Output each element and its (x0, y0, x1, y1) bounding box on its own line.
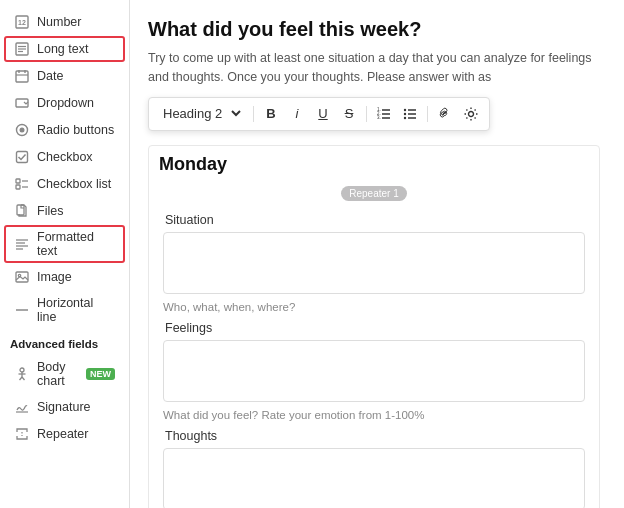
svg-rect-23 (16, 272, 28, 282)
sidebar-item-dropdown[interactable]: Dropdown (4, 90, 125, 116)
number-icon: 12 (14, 14, 30, 30)
svg-point-26 (20, 368, 24, 372)
svg-text:12: 12 (18, 19, 26, 26)
sidebar-item-files-label: Files (37, 204, 63, 218)
sidebar-item-long-text-label: Long text (37, 42, 88, 56)
sidebar-item-horizontal-line[interactable]: Horizontal line (4, 291, 125, 329)
svg-point-42 (404, 108, 406, 110)
sidebar-item-body-chart-label: Body chart (37, 360, 77, 388)
feelings-hint: What did you feel? Rate your emotion fro… (163, 409, 585, 421)
main-content: What did you feel this week? Try to come… (130, 0, 624, 508)
feelings-field-block: Feelings What did you feel? Rate your em… (159, 321, 589, 421)
italic-button[interactable]: i (285, 102, 309, 126)
svg-rect-16 (16, 185, 20, 189)
settings-button[interactable] (459, 102, 483, 126)
thoughts-textarea[interactable] (163, 448, 585, 509)
svg-point-44 (404, 116, 406, 118)
feelings-textarea[interactable] (163, 340, 585, 402)
svg-rect-6 (16, 71, 28, 82)
sidebar-item-radio-buttons[interactable]: Radio buttons (4, 117, 125, 143)
sidebar-item-number-label: Number (37, 15, 81, 29)
long-text-icon (14, 41, 30, 57)
formatted-text-icon (14, 236, 30, 252)
sidebar-item-formatted-text-label: Formatted text (37, 230, 115, 258)
sidebar-item-horizontal-line-label: Horizontal line (37, 296, 115, 324)
sidebar-item-date-label: Date (37, 69, 63, 83)
sidebar-item-number[interactable]: 12 Number (4, 9, 125, 35)
svg-point-43 (404, 112, 406, 114)
radio-icon (14, 122, 30, 138)
repeater-badge: Repeater 1 (341, 186, 406, 201)
image-icon (14, 269, 30, 285)
toolbar-divider-2 (366, 106, 367, 122)
svg-rect-14 (16, 179, 20, 183)
sidebar-item-checkbox[interactable]: Checkbox (4, 144, 125, 170)
svg-line-30 (22, 377, 25, 380)
heading-select[interactable]: Heading 2 Heading 1 Heading 3 Paragraph (155, 103, 244, 124)
svg-text:3.: 3. (377, 115, 381, 120)
situation-label: Situation (163, 213, 585, 227)
sidebar-item-files[interactable]: Files (4, 198, 125, 224)
sidebar-item-body-chart[interactable]: Body chart NEW (4, 355, 125, 393)
files-icon (14, 203, 30, 219)
svg-point-12 (20, 128, 25, 133)
dropdown-icon (14, 95, 30, 111)
link-button[interactable] (433, 102, 457, 126)
svg-point-45 (469, 111, 474, 116)
toolbar-divider-3 (427, 106, 428, 122)
sidebar-item-repeater[interactable]: Repeater (4, 421, 125, 447)
sidebar: 12 Number Long text Date Dropdown Radio … (0, 0, 130, 508)
underline-button[interactable]: U (311, 102, 335, 126)
repeater-icon (14, 426, 30, 442)
monday-section: Monday Repeater 1 Situation Who, what, w… (148, 145, 600, 509)
sidebar-item-checkbox-label: Checkbox (37, 150, 93, 164)
thoughts-label: Thoughts (163, 429, 585, 443)
checkbox-list-icon (14, 176, 30, 192)
advanced-fields-title: Advanced fields (0, 330, 129, 354)
feelings-label: Feelings (163, 321, 585, 335)
sidebar-item-checkbox-list[interactable]: Checkbox list (4, 171, 125, 197)
svg-rect-13 (17, 152, 28, 163)
ordered-list-button[interactable]: 1.2.3. (372, 102, 396, 126)
sidebar-item-image-label: Image (37, 270, 72, 284)
unordered-list-button[interactable] (398, 102, 422, 126)
sidebar-item-signature[interactable]: Signature (4, 394, 125, 420)
sidebar-item-formatted-text[interactable]: Formatted text (4, 225, 125, 263)
body-chart-icon (14, 366, 30, 382)
sidebar-item-signature-label: Signature (37, 400, 91, 414)
sidebar-item-image[interactable]: Image (4, 264, 125, 290)
date-icon (14, 68, 30, 84)
page-title: What did you feel this week? (148, 18, 600, 41)
situation-textarea[interactable] (163, 232, 585, 294)
checkbox-icon (14, 149, 30, 165)
page-description: Try to come up with at least one situati… (148, 49, 600, 87)
body-chart-new-badge: NEW (86, 368, 115, 380)
bold-button[interactable]: B (259, 102, 283, 126)
sidebar-item-radio-label: Radio buttons (37, 123, 114, 137)
toolbar-divider-1 (253, 106, 254, 122)
horizontal-line-icon (14, 302, 30, 318)
situation-hint: Who, what, when, where? (163, 301, 585, 313)
sidebar-item-long-text[interactable]: Long text (4, 36, 125, 62)
strikethrough-button[interactable]: S (337, 102, 361, 126)
signature-icon (14, 399, 30, 415)
formatting-toolbar: Heading 2 Heading 1 Heading 3 Paragraph … (148, 97, 490, 131)
sidebar-item-repeater-label: Repeater (37, 427, 88, 441)
sidebar-item-date[interactable]: Date (4, 63, 125, 89)
monday-heading: Monday (159, 154, 589, 175)
sidebar-item-dropdown-label: Dropdown (37, 96, 94, 110)
thoughts-field-block: Thoughts What was going through your min… (159, 429, 589, 509)
situation-field-block: Situation Who, what, when, where? (159, 213, 589, 313)
sidebar-item-checkbox-list-label: Checkbox list (37, 177, 111, 191)
